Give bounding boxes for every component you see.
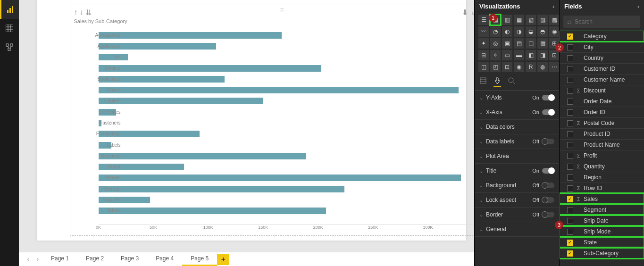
field-item[interactable]: Ship Date bbox=[560, 215, 644, 226]
field-checkbox[interactable] bbox=[567, 77, 573, 83]
field-item[interactable]: ΣDiscount bbox=[560, 85, 644, 96]
viz-type-icon[interactable]: ▩ bbox=[549, 15, 560, 25]
bar-row[interactable]: Binders bbox=[99, 65, 483, 72]
fields-tab-icon[interactable] bbox=[479, 77, 487, 87]
bar-row[interactable]: Storage bbox=[99, 186, 483, 192]
report-canvas[interactable]: ↑ ↓ ⇊ ⬇ ▭ ⋯ ≡ Sales by Sub-Category Acce… bbox=[37, 0, 466, 241]
format-property-row[interactable]: ⌄Y-AxisOn bbox=[475, 91, 559, 105]
viz-type-icon[interactable]: ⋯ bbox=[549, 62, 560, 72]
page-tab[interactable]: Page 4 bbox=[147, 252, 182, 266]
field-item[interactable]: Product ID bbox=[560, 128, 644, 139]
viz-type-icon[interactable]: ◉ bbox=[514, 62, 524, 72]
toggle-switch[interactable] bbox=[542, 212, 554, 217]
field-item[interactable]: Country bbox=[560, 52, 644, 63]
nav-data-icon[interactable] bbox=[0, 19, 19, 38]
field-item[interactable]: Customer ID bbox=[560, 63, 644, 74]
bar-row[interactable]: Chairs bbox=[99, 87, 483, 93]
bar-row[interactable]: Accessories bbox=[99, 32, 483, 39]
drill-down-icon[interactable]: ↓ bbox=[80, 8, 84, 17]
page-tab[interactable]: Page 2 bbox=[77, 252, 112, 266]
field-checkbox[interactable] bbox=[567, 196, 573, 202]
bar[interactable] bbox=[99, 186, 345, 192]
viz-type-icon[interactable]: 〰 bbox=[478, 26, 489, 37]
viz-type-icon[interactable]: ▬ bbox=[514, 50, 524, 60]
format-property-row[interactable]: ⌄X-AxisOn bbox=[475, 105, 559, 120]
field-checkbox[interactable] bbox=[567, 185, 573, 191]
format-property-row[interactable]: ⌄Data labelsOff bbox=[475, 134, 559, 149]
bar-row[interactable]: Bookcases bbox=[99, 76, 483, 83]
field-checkbox[interactable] bbox=[567, 88, 573, 94]
field-item[interactable]: Region bbox=[560, 172, 644, 183]
toggle-switch[interactable] bbox=[542, 139, 554, 144]
field-checkbox[interactable] bbox=[567, 250, 573, 257]
viz-type-icon[interactable]: ◰ bbox=[490, 62, 501, 72]
viz-type-icon[interactable]: ☰ bbox=[478, 15, 489, 25]
bar[interactable] bbox=[99, 65, 322, 72]
bar-row[interactable]: Paper bbox=[99, 164, 483, 170]
fields-search[interactable]: ⌕ bbox=[563, 16, 640, 28]
field-item[interactable]: Segment bbox=[560, 204, 644, 215]
viz-type-icon[interactable]: R bbox=[526, 62, 536, 72]
viz-type-icon[interactable]: ◧ bbox=[526, 50, 536, 60]
viz-type-icon[interactable]: ⊡ bbox=[502, 62, 512, 72]
viz-type-icon[interactable]: ▭ bbox=[502, 50, 512, 60]
format-property-row[interactable]: ⌄General bbox=[475, 222, 559, 237]
field-checkbox[interactable] bbox=[567, 99, 573, 105]
bar-row[interactable]: Labels bbox=[99, 142, 483, 149]
bar-row[interactable]: Envelopes bbox=[99, 109, 483, 116]
drill-up-icon[interactable]: ↑ bbox=[74, 8, 78, 17]
field-checkbox[interactable] bbox=[567, 142, 573, 148]
page-next-button[interactable]: › bbox=[33, 255, 42, 264]
field-checkbox[interactable] bbox=[567, 153, 573, 159]
field-item[interactable]: ΣProfit bbox=[560, 150, 644, 161]
field-checkbox[interactable] bbox=[567, 164, 573, 170]
format-tab-icon[interactable] bbox=[493, 77, 501, 87]
viz-type-icon[interactable]: ✧ bbox=[490, 50, 501, 60]
bar-row[interactable]: Fasteners bbox=[99, 120, 483, 126]
viz-type-icon[interactable]: ◓ bbox=[537, 26, 548, 37]
bar[interactable] bbox=[99, 175, 461, 181]
page-tab[interactable]: Page 1 bbox=[42, 252, 77, 266]
bar-row[interactable]: Furnishings bbox=[99, 131, 483, 137]
field-item[interactable]: Customer Name bbox=[560, 74, 644, 85]
format-property-row[interactable]: ⌄BorderOff bbox=[475, 208, 559, 222]
chart-visual[interactable]: ↑ ↓ ⇊ ⬇ ▭ ⋯ ≡ Sales by Sub-Category Acce… bbox=[70, 5, 494, 236]
field-item[interactable]: ΣPostal Code bbox=[560, 117, 644, 128]
format-property-row[interactable]: ⌄TitleOn bbox=[475, 164, 559, 178]
collapse-fields-icon[interactable]: › bbox=[637, 3, 639, 10]
expand-icon[interactable]: ⇊ bbox=[85, 8, 92, 17]
viz-type-icon[interactable]: ◒ bbox=[526, 26, 536, 37]
page-tab[interactable]: Page 3 bbox=[112, 252, 147, 266]
viz-type-icon[interactable]: ◎ bbox=[490, 38, 501, 49]
format-property-row[interactable]: ⌄Data colors bbox=[475, 120, 559, 134]
field-item[interactable]: Order Date bbox=[560, 96, 644, 107]
toggle-switch[interactable] bbox=[542, 183, 554, 188]
viz-type-icon[interactable]: ◍ bbox=[537, 62, 548, 72]
viz-type-icon[interactable]: ◔ bbox=[490, 26, 501, 37]
field-item[interactable]: ΣSales bbox=[560, 193, 644, 204]
collapse-panel-icon[interactable]: › bbox=[552, 3, 554, 10]
fields-search-input[interactable] bbox=[575, 18, 636, 25]
field-item[interactable]: City bbox=[560, 42, 644, 52]
toggle-switch[interactable] bbox=[542, 197, 554, 203]
viz-type-icon[interactable]: ◫ bbox=[526, 38, 536, 49]
viz-type-icon[interactable]: ▦ bbox=[537, 38, 548, 49]
analytics-tab-icon[interactable] bbox=[508, 77, 515, 87]
field-checkbox[interactable] bbox=[567, 175, 573, 181]
bar[interactable] bbox=[99, 32, 282, 39]
field-item[interactable]: Ship Mode bbox=[560, 226, 644, 237]
field-checkbox[interactable] bbox=[567, 218, 573, 224]
bar-row[interactable]: Supplies bbox=[99, 197, 483, 203]
field-item[interactable]: State bbox=[560, 237, 644, 248]
bar-row[interactable]: Art bbox=[99, 54, 483, 60]
toggle-switch[interactable] bbox=[542, 168, 554, 174]
viz-type-icon[interactable]: ◨ bbox=[537, 50, 548, 60]
viz-type-icon[interactable]: ◐ bbox=[502, 26, 512, 37]
bar[interactable] bbox=[99, 153, 306, 159]
field-checkbox[interactable] bbox=[567, 207, 573, 213]
field-checkbox[interactable] bbox=[567, 120, 573, 126]
field-item[interactable]: Product Name bbox=[560, 139, 644, 150]
viz-type-icon[interactable]: ▧ bbox=[526, 15, 536, 25]
viz-type-icon[interactable]: ✦ bbox=[478, 38, 489, 49]
bar[interactable] bbox=[99, 208, 326, 214]
